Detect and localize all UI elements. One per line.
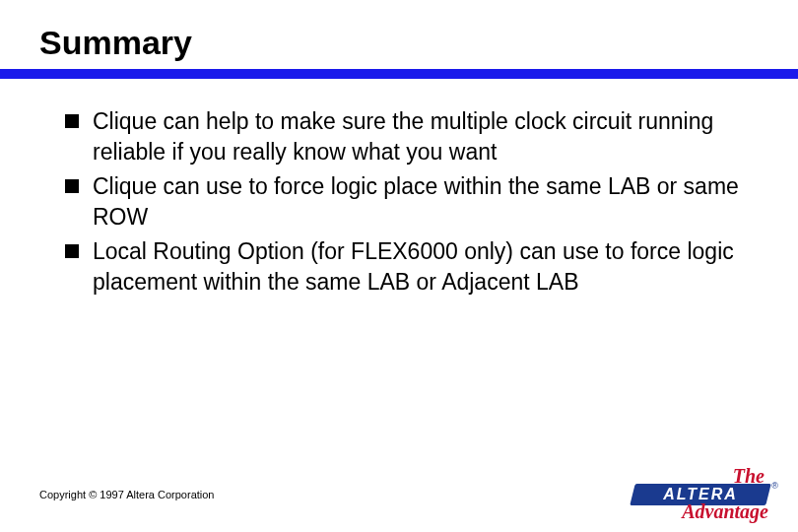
square-bullet-icon [65, 179, 79, 193]
registered-icon: ® [771, 481, 778, 491]
list-item: Clique can help to make sure the multipl… [65, 106, 759, 167]
list-item: Local Routing Option (for FLEX6000 only)… [65, 236, 759, 298]
slide-title: Summary [39, 24, 192, 62]
list-item-text: Local Routing Option (for FLEX6000 only)… [93, 236, 759, 298]
logo-bottom-script: Advantage [682, 500, 768, 523]
title-underline-rule [0, 69, 798, 79]
list-item-text: Clique can use to force logic place with… [93, 171, 759, 233]
altera-logo: The ALTERA ® Advantage [632, 467, 770, 522]
square-bullet-icon [65, 114, 79, 128]
list-item-text: Clique can help to make sure the multipl… [93, 106, 759, 167]
list-item: Clique can use to force logic place with… [65, 171, 759, 233]
square-bullet-icon [65, 244, 79, 258]
copyright-text: Copyright © 1997 Altera Corporation [39, 489, 214, 500]
bullet-list: Clique can help to make sure the multipl… [65, 106, 759, 301]
